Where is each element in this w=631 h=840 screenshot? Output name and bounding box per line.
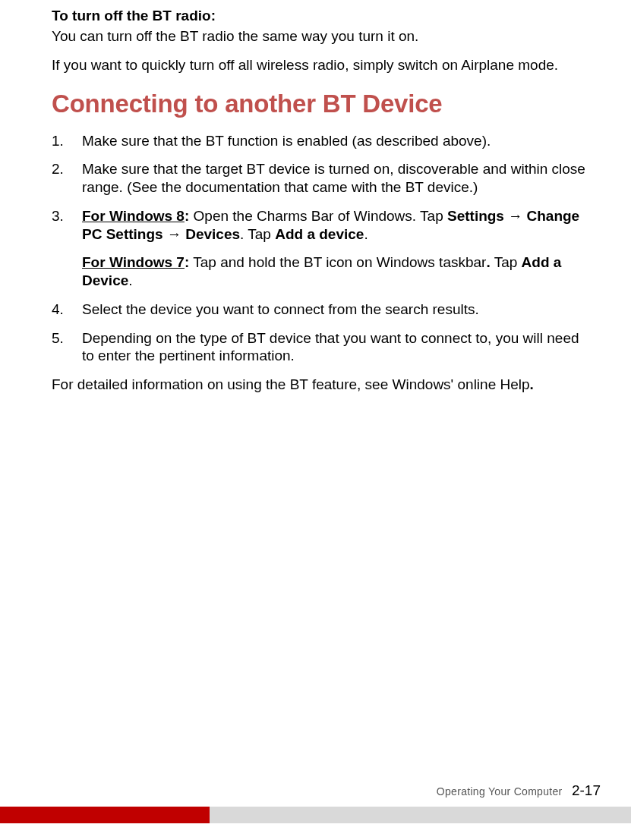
step-3: For Windows 8: Open the Charms Bar of Wi… xyxy=(52,207,595,290)
step-2: Make sure that the target BT device is t… xyxy=(52,160,595,197)
text: . Tap xyxy=(240,226,275,242)
ui-devices: Devices xyxy=(185,226,240,242)
text: Tap xyxy=(491,254,522,270)
paragraph-closing: For detailed information on using the BT… xyxy=(52,376,595,394)
footer-section-name: Operating Your Computer xyxy=(437,785,563,798)
step-4: Select the device you want to connect fr… xyxy=(52,300,595,319)
page-content: To turn off the BT radio: You can turn o… xyxy=(0,0,631,394)
ui-add-a-device: Add a device xyxy=(275,226,364,242)
footer-text: Operating Your Computer 2-17 xyxy=(0,782,631,799)
arrow-icon: → xyxy=(163,226,186,242)
ui-settings: Settings xyxy=(447,208,504,224)
footer-bar-red xyxy=(0,807,210,823)
step-5: Depending on the type of BT device that … xyxy=(52,329,595,366)
section-heading-connecting: Connecting to another BT Device xyxy=(52,90,595,118)
arrow-icon: → xyxy=(504,208,527,224)
step-1: Make sure that the BT function is enable… xyxy=(52,132,595,150)
footer-bar-gray xyxy=(210,807,631,823)
step-3-windows-7: For Windows 7: Tap and hold the BT icon … xyxy=(82,253,595,290)
sub-heading-turn-off: To turn off the BT radio: xyxy=(52,8,595,24)
label-windows-8: For Windows 8 xyxy=(82,208,185,224)
period: . xyxy=(364,226,368,242)
label-windows-7: For Windows 7 xyxy=(82,254,185,270)
closing-text: For detailed information on using the BT… xyxy=(52,376,530,392)
period: . xyxy=(128,272,132,288)
text: Tap and hold the BT icon on Windows task… xyxy=(189,254,486,270)
closing-dot: . xyxy=(530,376,534,392)
footer-bars xyxy=(0,807,631,823)
footer-page-number: 2-17 xyxy=(572,782,601,798)
steps-list: Make sure that the BT function is enable… xyxy=(52,132,595,366)
paragraph-airplane-mode: If you want to quickly turn off all wire… xyxy=(52,56,595,74)
text: Open the Charms Bar of Windows. Tap xyxy=(189,208,447,224)
page-footer: Operating Your Computer 2-17 xyxy=(0,782,631,840)
paragraph-turn-off-same: You can turn off the BT radio the same w… xyxy=(52,27,595,46)
